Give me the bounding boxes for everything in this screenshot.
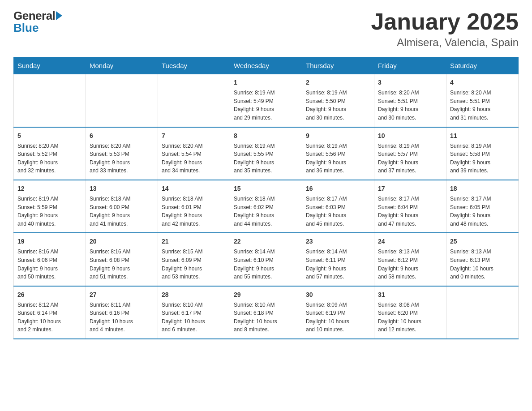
day-number: 30 xyxy=(306,290,370,300)
day-info: Sunrise: 8:18 AM Sunset: 6:02 PM Dayligh… xyxy=(234,195,298,228)
day-info: Sunrise: 8:14 AM Sunset: 6:10 PM Dayligh… xyxy=(234,248,298,281)
day-number: 28 xyxy=(162,290,226,300)
calendar-cell: 29Sunrise: 8:10 AM Sunset: 6:18 PM Dayli… xyxy=(230,286,302,339)
day-number: 2 xyxy=(306,78,370,87)
calendar-cell xyxy=(86,74,158,127)
day-info: Sunrise: 8:13 AM Sunset: 6:12 PM Dayligh… xyxy=(378,248,442,281)
header-cell-wednesday: Wednesday xyxy=(230,57,302,74)
calendar-cell xyxy=(158,74,230,127)
day-number: 22 xyxy=(234,237,298,246)
calendar-cell: 10Sunrise: 8:19 AM Sunset: 5:57 PM Dayli… xyxy=(374,127,446,180)
day-number: 4 xyxy=(450,78,515,87)
day-number: 26 xyxy=(17,290,82,300)
calendar-cell: 24Sunrise: 8:13 AM Sunset: 6:12 PM Dayli… xyxy=(374,233,446,286)
title-block: January 2025 Almisera, Valencia, Spain xyxy=(371,9,519,49)
day-info: Sunrise: 8:15 AM Sunset: 6:09 PM Dayligh… xyxy=(162,248,226,281)
logo: General Blue xyxy=(13,9,62,35)
calendar-cell: 27Sunrise: 8:11 AM Sunset: 6:16 PM Dayli… xyxy=(86,286,158,339)
calendar-cell xyxy=(446,286,519,339)
calendar-cell: 13Sunrise: 8:18 AM Sunset: 6:00 PM Dayli… xyxy=(86,180,158,233)
day-number: 25 xyxy=(450,237,515,246)
day-number: 21 xyxy=(162,237,226,246)
day-number: 29 xyxy=(234,290,298,300)
header-cell-tuesday: Tuesday xyxy=(158,57,230,74)
day-info: Sunrise: 8:14 AM Sunset: 6:11 PM Dayligh… xyxy=(306,248,370,281)
calendar-cell: 15Sunrise: 8:18 AM Sunset: 6:02 PM Dayli… xyxy=(230,180,302,233)
header-row: SundayMondayTuesdayWednesdayThursdayFrid… xyxy=(14,57,519,74)
day-info: Sunrise: 8:08 AM Sunset: 6:20 PM Dayligh… xyxy=(378,301,442,334)
day-info: Sunrise: 8:19 AM Sunset: 5:55 PM Dayligh… xyxy=(234,142,298,175)
day-info: Sunrise: 8:10 AM Sunset: 6:17 PM Dayligh… xyxy=(162,301,226,334)
day-info: Sunrise: 8:16 AM Sunset: 6:08 PM Dayligh… xyxy=(90,248,154,281)
day-info: Sunrise: 8:19 AM Sunset: 5:49 PM Dayligh… xyxy=(234,89,298,122)
calendar-cell: 28Sunrise: 8:10 AM Sunset: 6:17 PM Dayli… xyxy=(158,286,230,339)
calendar-cell: 8Sunrise: 8:19 AM Sunset: 5:55 PM Daylig… xyxy=(230,127,302,180)
day-number: 31 xyxy=(378,290,442,300)
logo-triangle-icon xyxy=(56,11,62,20)
day-info: Sunrise: 8:11 AM Sunset: 6:16 PM Dayligh… xyxy=(90,301,154,334)
calendar-row-3: 12Sunrise: 8:19 AM Sunset: 5:59 PM Dayli… xyxy=(14,180,519,233)
calendar-cell: 31Sunrise: 8:08 AM Sunset: 6:20 PM Dayli… xyxy=(374,286,446,339)
calendar-cell: 1Sunrise: 8:19 AM Sunset: 5:49 PM Daylig… xyxy=(230,74,302,127)
calendar-cell: 26Sunrise: 8:12 AM Sunset: 6:14 PM Dayli… xyxy=(14,286,86,339)
day-info: Sunrise: 8:19 AM Sunset: 5:59 PM Dayligh… xyxy=(17,195,82,228)
day-info: Sunrise: 8:20 AM Sunset: 5:53 PM Dayligh… xyxy=(90,142,154,175)
calendar-row-4: 19Sunrise: 8:16 AM Sunset: 6:06 PM Dayli… xyxy=(14,233,519,286)
day-number: 1 xyxy=(234,78,298,87)
day-number: 11 xyxy=(450,131,515,141)
day-number: 3 xyxy=(378,78,442,87)
calendar-cell: 16Sunrise: 8:17 AM Sunset: 6:03 PM Dayli… xyxy=(302,180,374,233)
calendar-cell: 20Sunrise: 8:16 AM Sunset: 6:08 PM Dayli… xyxy=(86,233,158,286)
calendar-cell: 17Sunrise: 8:17 AM Sunset: 6:04 PM Dayli… xyxy=(374,180,446,233)
day-info: Sunrise: 8:18 AM Sunset: 6:01 PM Dayligh… xyxy=(162,195,226,228)
calendar-row-2: 5Sunrise: 8:20 AM Sunset: 5:52 PM Daylig… xyxy=(14,127,519,180)
day-info: Sunrise: 8:20 AM Sunset: 5:51 PM Dayligh… xyxy=(378,89,442,122)
calendar-cell: 4Sunrise: 8:20 AM Sunset: 5:51 PM Daylig… xyxy=(446,74,519,127)
day-number: 20 xyxy=(90,237,154,246)
day-number: 15 xyxy=(234,184,298,193)
day-number: 5 xyxy=(17,131,82,141)
calendar-cell: 19Sunrise: 8:16 AM Sunset: 6:06 PM Dayli… xyxy=(14,233,86,286)
day-number: 27 xyxy=(90,290,154,300)
day-info: Sunrise: 8:20 AM Sunset: 5:54 PM Dayligh… xyxy=(162,142,226,175)
calendar-cell: 30Sunrise: 8:09 AM Sunset: 6:19 PM Dayli… xyxy=(302,286,374,339)
calendar-cell: 23Sunrise: 8:14 AM Sunset: 6:11 PM Dayli… xyxy=(302,233,374,286)
calendar-cell: 25Sunrise: 8:13 AM Sunset: 6:13 PM Dayli… xyxy=(446,233,519,286)
day-info: Sunrise: 8:19 AM Sunset: 5:50 PM Dayligh… xyxy=(306,89,370,122)
day-info: Sunrise: 8:13 AM Sunset: 6:13 PM Dayligh… xyxy=(450,248,515,281)
header-cell-friday: Friday xyxy=(374,57,446,74)
calendar-cell: 7Sunrise: 8:20 AM Sunset: 5:54 PM Daylig… xyxy=(158,127,230,180)
logo-blue-text: Blue xyxy=(13,21,39,35)
calendar-cell: 12Sunrise: 8:19 AM Sunset: 5:59 PM Dayli… xyxy=(14,180,86,233)
day-info: Sunrise: 8:16 AM Sunset: 6:06 PM Dayligh… xyxy=(17,248,82,281)
day-info: Sunrise: 8:17 AM Sunset: 6:05 PM Dayligh… xyxy=(450,195,515,228)
day-info: Sunrise: 8:12 AM Sunset: 6:14 PM Dayligh… xyxy=(17,301,82,334)
calendar-table: SundayMondayTuesdayWednesdayThursdayFrid… xyxy=(13,57,519,339)
day-number: 18 xyxy=(450,184,515,193)
day-info: Sunrise: 8:10 AM Sunset: 6:18 PM Dayligh… xyxy=(234,301,298,334)
calendar-cell: 9Sunrise: 8:19 AM Sunset: 5:56 PM Daylig… xyxy=(302,127,374,180)
day-number: 13 xyxy=(90,184,154,193)
day-number: 6 xyxy=(90,131,154,141)
day-number: 17 xyxy=(378,184,442,193)
day-info: Sunrise: 8:18 AM Sunset: 6:00 PM Dayligh… xyxy=(90,195,154,228)
calendar-cell: 6Sunrise: 8:20 AM Sunset: 5:53 PM Daylig… xyxy=(86,127,158,180)
calendar-cell: 18Sunrise: 8:17 AM Sunset: 6:05 PM Dayli… xyxy=(446,180,519,233)
calendar-cell: 5Sunrise: 8:20 AM Sunset: 5:52 PM Daylig… xyxy=(14,127,86,180)
header-cell-sunday: Sunday xyxy=(14,57,86,74)
day-info: Sunrise: 8:19 AM Sunset: 5:56 PM Dayligh… xyxy=(306,142,370,175)
calendar-subtitle: Almisera, Valencia, Spain xyxy=(371,36,519,49)
day-number: 7 xyxy=(162,131,226,141)
header-cell-monday: Monday xyxy=(86,57,158,74)
day-info: Sunrise: 8:20 AM Sunset: 5:52 PM Dayligh… xyxy=(17,142,82,175)
day-number: 10 xyxy=(378,131,442,141)
day-number: 14 xyxy=(162,184,226,193)
day-info: Sunrise: 8:19 AM Sunset: 5:57 PM Dayligh… xyxy=(378,142,442,175)
day-info: Sunrise: 8:17 AM Sunset: 6:03 PM Dayligh… xyxy=(306,195,370,228)
calendar-cell: 11Sunrise: 8:19 AM Sunset: 5:58 PM Dayli… xyxy=(446,127,519,180)
day-number: 8 xyxy=(234,131,298,141)
day-number: 12 xyxy=(17,184,82,193)
calendar-cell: 14Sunrise: 8:18 AM Sunset: 6:01 PM Dayli… xyxy=(158,180,230,233)
day-info: Sunrise: 8:19 AM Sunset: 5:58 PM Dayligh… xyxy=(450,142,515,175)
calendar-cell xyxy=(14,74,86,127)
